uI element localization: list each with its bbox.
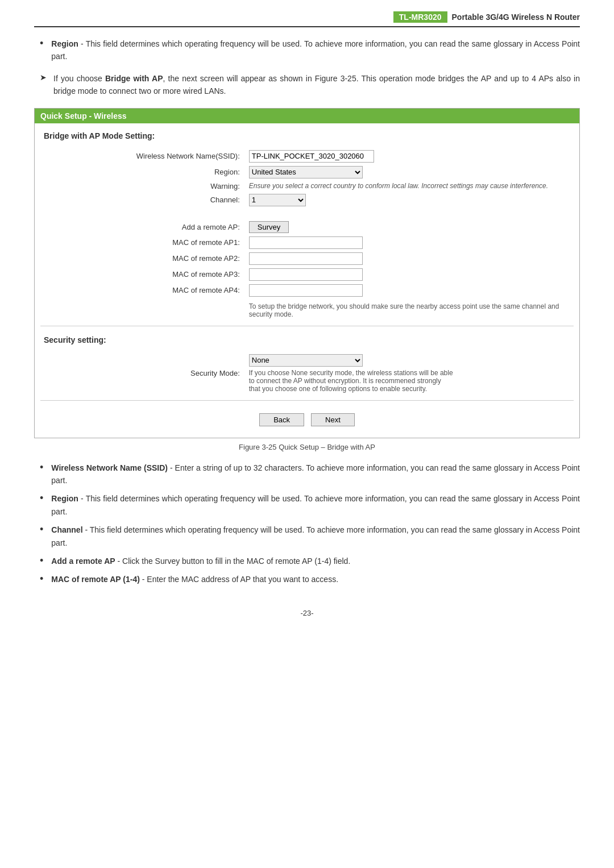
bullet-dot-channel: • <box>40 524 43 534</box>
page-number: -23- <box>34 609 580 617</box>
mac-ap4-row: MAC of remote AP4: <box>40 283 574 298</box>
figure-caption: Figure 3-25 Quick Setup – Bridge with AP <box>34 443 580 451</box>
next-button[interactable]: Next <box>311 413 355 426</box>
mac-ap4-input[interactable] <box>249 284 363 297</box>
region-row: Region: United States <box>40 164 574 180</box>
security-mode-cell: None If you choose None security mode, t… <box>246 352 574 394</box>
mac-ap2-cell <box>246 251 574 267</box>
ssid-row: Wireless Network Name(SSID): <box>40 148 574 164</box>
page-header: TL-MR3020 Portable 3G/4G Wireless N Rout… <box>34 11 580 27</box>
ssid-value-cell <box>246 148 574 164</box>
bullet-add-ap: • Add a remote AP - Click the Survey but… <box>34 555 580 567</box>
bullet-ssid: • Wireless Network Name (SSID) - Enter a… <box>34 462 580 487</box>
mac-ap2-input[interactable] <box>249 252 363 265</box>
mac-ap2-label: MAC of remote AP2: <box>40 251 246 267</box>
arrow-symbol: ➤ <box>40 73 47 82</box>
security-mode-row: Security Mode: None If you choose None s… <box>40 352 574 394</box>
bullet-mac-ap: • MAC of remote AP (1-4) - Enter the MAC… <box>34 573 580 585</box>
bullet-mac-ap-text: MAC of remote AP (1-4) - Enter the MAC a… <box>51 573 580 585</box>
mac-ap3-input[interactable] <box>249 268 363 281</box>
mac-ap1-row: MAC of remote AP1: <box>40 235 574 251</box>
security-mode-select[interactable]: None <box>249 354 363 367</box>
qs-header: Quick Setup - Wireless <box>35 109 579 123</box>
region-select[interactable]: United States <box>249 166 363 178</box>
quick-setup-panel: Quick Setup - Wireless Bridge with AP Mo… <box>34 108 580 438</box>
bullet-region: • Region - This field determines which o… <box>34 492 580 518</box>
bullet-dot-region: • <box>40 493 43 503</box>
ssid-input[interactable] <box>249 150 374 163</box>
bullet-dot-ssid: • <box>40 462 43 472</box>
warning-text: Ensure you select a correct country to c… <box>246 180 574 192</box>
bottom-divider <box>40 400 574 401</box>
security-section-title: Security setting: <box>40 335 574 344</box>
bullet-dot: • <box>40 38 43 48</box>
bullet-region-intro-text: Region - This field determines which ope… <box>51 38 580 63</box>
mac-ap3-row: MAC of remote AP3: <box>40 267 574 283</box>
intro-bullets: • Region - This field determines which o… <box>34 38 580 63</box>
add-ap-label: Add a remote AP: <box>40 219 246 235</box>
bridge-settings-table: Wireless Network Name(SSID): Region: Uni… <box>40 148 574 208</box>
mac-ap1-cell <box>246 235 574 251</box>
bullet-channel-text: Channel - This field determines which op… <box>51 524 580 549</box>
channel-label: Channel: <box>40 192 246 208</box>
section-divider <box>40 326 574 326</box>
btn-row: Back Next <box>40 405 574 430</box>
bridge-note: To setup the bridge network, you should … <box>249 302 570 318</box>
mac-ap1-label: MAC of remote AP1: <box>40 235 246 251</box>
channel-select[interactable]: 1 <box>249 194 306 206</box>
subtitle-label: Portable 3G/4G Wireless N Router <box>452 13 580 22</box>
bullet-region-intro: • Region - This field determines which o… <box>34 38 580 63</box>
bullet-dot-mac-ap: • <box>40 574 43 584</box>
mac-ap3-cell <box>246 267 574 283</box>
security-table: Security Mode: None If you choose None s… <box>40 352 574 394</box>
region-value-cell: United States <box>246 164 574 180</box>
ssid-label: Wireless Network Name(SSID): <box>40 148 246 164</box>
mac-ap4-label: MAC of remote AP4: <box>40 283 246 298</box>
add-ap-row: Add a remote AP: Survey <box>40 219 574 235</box>
survey-button[interactable]: Survey <box>249 221 289 233</box>
mac-ap4-cell <box>246 283 574 298</box>
warning-label: Warning: <box>40 180 246 192</box>
bottom-bullets: • Wireless Network Name (SSID) - Enter a… <box>34 462 580 586</box>
bullet-channel: • Channel - This field determines which … <box>34 524 580 549</box>
bullet-region-text: Region - This field determines which ope… <box>51 492 580 518</box>
region-label: Region: <box>40 164 246 180</box>
bullet-dot-add-ap: • <box>40 555 43 566</box>
bridge-ap-intro: ➤ If you choose Bridge with AP, the next… <box>34 72 580 98</box>
channel-row: Channel: 1 <box>40 192 574 208</box>
security-mode-label: Security Mode: <box>40 352 246 394</box>
bullet-add-ap-text: Add a remote AP - Click the Survey butto… <box>51 555 580 567</box>
remote-ap-table: Add a remote AP: Survey MAC of remote AP… <box>40 219 574 320</box>
bridge-ap-intro-text: If you choose Bridge with AP, the next s… <box>53 72 580 98</box>
survey-btn-cell: Survey <box>246 219 574 235</box>
qs-body: Bridge with AP Mode Setting: Wireless Ne… <box>35 123 579 438</box>
mac-ap2-row: MAC of remote AP2: <box>40 251 574 267</box>
warning-row: Warning: Ensure you select a correct cou… <box>40 180 574 192</box>
mac-ap1-input[interactable] <box>249 236 363 249</box>
security-note: If you choose None security mode, the wi… <box>249 369 454 393</box>
back-button[interactable]: Back <box>259 413 304 426</box>
bullet-ssid-text: Wireless Network Name (SSID) - Enter a s… <box>51 462 580 487</box>
bridge-note-row: To setup the bridge network, you should … <box>40 298 574 320</box>
channel-value-cell: 1 <box>246 192 574 208</box>
model-label: TL-MR3020 <box>393 11 447 23</box>
bridge-section-title: Bridge with AP Mode Setting: <box>40 131 574 140</box>
mac-ap3-label: MAC of remote AP3: <box>40 267 246 283</box>
